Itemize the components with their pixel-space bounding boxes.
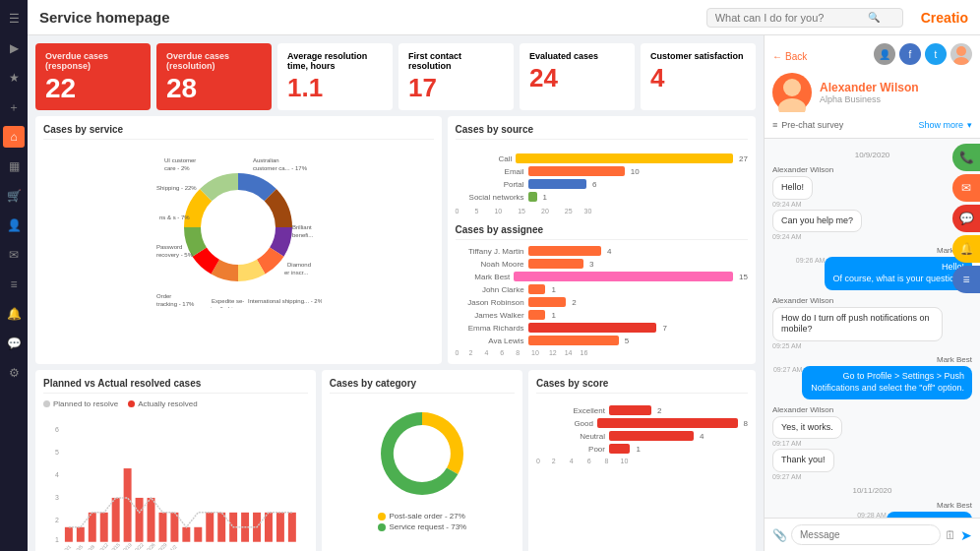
sidebar-gear-icon[interactable]: ⚙ <box>3 362 25 384</box>
list-icon-btn[interactable]: ≡ <box>952 266 980 293</box>
svg-text:er inscr...: er inscr... <box>284 270 309 276</box>
sidebar-chat-icon[interactable]: 💬 <box>3 333 25 354</box>
msg-sender: Alexander Wilson <box>772 296 972 305</box>
sidebar-bell-icon[interactable]: 🔔 <box>3 303 25 325</box>
msg-bubble: Go to Profile > Settings > Push Notifica… <box>802 366 972 398</box>
send-button[interactable]: ➤ <box>960 527 972 543</box>
svg-text:tracking - 17%: tracking - 17% <box>156 301 195 307</box>
sidebar-cart-icon[interactable]: 🛒 <box>3 185 25 207</box>
svg-text:ns & s - 7%: ns & s - 7% <box>159 214 190 220</box>
chat-icon-2[interactable]: f <box>899 43 921 65</box>
main-area: Service homepage 🔍 Creatio Overdue cases… <box>28 0 980 551</box>
cases-by-category-card: Cases by category Pos <box>322 370 522 551</box>
svg-rect-29 <box>136 498 144 542</box>
axis-5: 5 <box>474 208 478 214</box>
sidebar-list-icon[interactable]: ≡ <box>3 274 25 295</box>
chat-date-2: 10/11/2020 <box>772 486 972 495</box>
cases-by-service-chart: UI customer care - 2% Australian custome… <box>43 146 434 313</box>
sidebar-chart-icon[interactable]: ▦ <box>3 155 25 177</box>
pre-chat-label: ≡ <box>772 120 777 130</box>
assignee-row-6: James Walker 1 <box>456 310 748 320</box>
assignee-bar <box>528 336 619 345</box>
score-row-neutral: Neutral 4 <box>536 431 748 441</box>
content-area: Overdue cases (response) 22 Overdue case… <box>28 35 980 551</box>
chat-survey-bar: ≡ Pre-chat survey Show more ▾ <box>772 120 972 130</box>
legend-service-label: Service request - 73% <box>390 522 467 531</box>
sidebar-menu-icon[interactable]: ☰ <box>3 8 25 30</box>
svg-text:4: 4 <box>55 471 59 478</box>
kpi-overdue-resolution: Overdue cases (resolution) 28 <box>156 43 272 110</box>
legend-dot-actual <box>128 400 135 407</box>
legend-postsale-dot <box>378 513 386 520</box>
bell-icon-btn[interactable]: 🔔 <box>952 235 980 263</box>
sidebar-mail-icon[interactable]: ✉ <box>3 244 25 266</box>
chat-input-area: 📎 🗓 ➤ <box>765 518 980 551</box>
bar-value: 27 <box>739 154 748 163</box>
assignee-value: 1 <box>551 285 555 294</box>
cases-by-source-title: Cases by source <box>456 124 748 140</box>
email-icon-btn[interactable]: ✉ <box>952 174 980 202</box>
cases-by-source-card: Cases by source Call 27 Email 10 <box>448 116 756 364</box>
emoji-icon[interactable]: 🗓 <box>945 528 956 542</box>
assignee-label: Mark Best <box>456 273 511 281</box>
phone-icon-btn[interactable]: 📞 <box>952 144 980 171</box>
chat-user-avatar <box>772 73 812 112</box>
kpi-avg-resolution: Average resolution time, hours 1.1 <box>277 43 393 110</box>
svg-point-55 <box>783 79 801 96</box>
chat-icon-btn[interactable]: 💬 <box>952 205 980 232</box>
chat-icon-1[interactable]: 👤 <box>874 43 895 65</box>
svg-rect-28 <box>124 468 132 542</box>
svg-text:recovery - 5%: recovery - 5% <box>156 252 194 258</box>
score-label: Poor <box>536 445 605 454</box>
sidebar-play-icon[interactable]: ▶ <box>3 37 25 59</box>
planned-vs-actual-title: Planned vs Actual resolved cases <box>43 378 308 394</box>
search-input[interactable] <box>715 12 863 24</box>
sidebar-home-icon[interactable]: ⌂ <box>3 126 25 148</box>
planned-vs-actual-svg: 6 5 4 3 2 1 <box>43 412 308 550</box>
svg-text:11/2: 11/2 <box>167 544 178 550</box>
chat-icon-3[interactable]: t <box>925 43 947 65</box>
score-row-excellent: Excellent 2 <box>536 405 748 415</box>
kpi-avg-resolution-value: 1.1 <box>287 75 383 100</box>
svg-text:UI customer: UI customer <box>164 157 196 163</box>
assignee-bar <box>528 259 584 269</box>
search-box[interactable]: 🔍 <box>706 8 903 28</box>
bar-fill <box>528 179 586 189</box>
assignee-row-3: Mark Best 15 <box>456 272 748 281</box>
search-icon: 🔍 <box>868 12 880 23</box>
sidebar: ☰ ▶ ★ ＋ ⌂ ▦ 🛒 👤 ✉ ≡ 🔔 💬 ⚙ <box>0 0 28 551</box>
assignee-value: 2 <box>572 298 576 307</box>
svg-rect-30 <box>148 498 155 542</box>
msg-sender: Mark Best <box>772 501 972 510</box>
chat-messages-list[interactable]: 10/9/2020 Alexander Wilson Hello! 09:24 … <box>765 139 980 518</box>
axis-16: 16 <box>581 349 588 356</box>
legend-service-dot <box>378 523 386 531</box>
kpi-overdue-resolution-title: Overdue cases (resolution) <box>166 51 262 71</box>
score-value: 4 <box>700 432 704 441</box>
cases-by-assignee-section: Cases by assignee Tiffany J. Martin 4 No… <box>456 224 748 356</box>
svg-text:10/22: 10/22 <box>133 542 145 550</box>
attachment-icon[interactable]: 📎 <box>772 528 787 542</box>
cases-by-score-card: Cases by score Excellent 2 Good 8 <box>528 370 756 551</box>
msg-bubble: Hello! <box>772 176 813 200</box>
axis-10: 10 <box>494 208 502 214</box>
svg-text:Australian: Australian <box>253 157 279 163</box>
score-bar <box>609 405 651 415</box>
axis-12: 12 <box>549 349 557 356</box>
kpi-avg-resolution-title: Average resolution time, hours <box>287 51 383 71</box>
show-more-link[interactable]: Show more <box>918 120 963 130</box>
score-bar <box>609 431 694 441</box>
assignee-label: Jason Robinson <box>456 298 524 307</box>
msg-bubble: Hello!Of course, what is your question? <box>825 257 972 289</box>
msg-time: 09:27 AM <box>772 473 972 480</box>
msg-sender: Mark Best <box>772 246 972 255</box>
chat-message-input[interactable] <box>791 524 941 545</box>
score-row-good: Good 8 <box>536 418 748 428</box>
sidebar-add-icon[interactable]: ＋ <box>3 96 25 118</box>
chat-back-button[interactable]: ← Back <box>772 51 807 62</box>
sidebar-star-icon[interactable]: ★ <box>3 67 25 89</box>
sidebar-user-icon[interactable]: 👤 <box>3 214 25 236</box>
axis-6: 6 <box>587 458 591 464</box>
svg-point-53 <box>956 46 966 56</box>
bar-row-portal: Portal 6 <box>456 179 748 189</box>
